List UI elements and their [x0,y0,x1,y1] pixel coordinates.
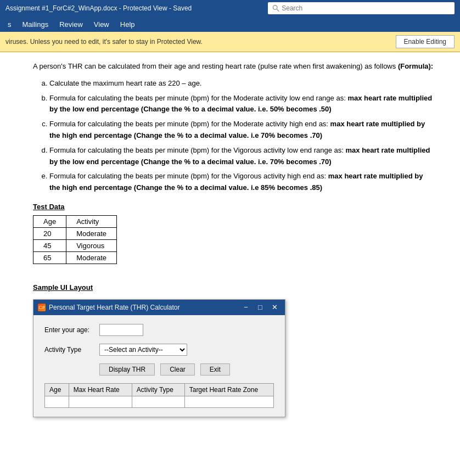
window-title: Assignment #1_ForC#2_WinApp.docx - Prote… [5,4,192,12]
close-button[interactable]: ✕ [268,303,281,312]
search-icon [272,4,279,12]
search-box[interactable] [268,2,455,14]
col-max-hr: Max Heart Rate [69,383,132,396]
win-form: C# Personal Target Heart Rate (THR) Calc… [33,299,285,417]
col-activity-type: Activity Type [132,383,184,396]
table-row: 45 Vigorous [33,239,117,251]
formula-item-c: Formula for calculating the beats per mi… [49,119,434,142]
col-activity-header: Activity [66,215,117,227]
search-input[interactable] [282,4,450,12]
results-row [45,396,274,407]
intro-paragraph: A person's THR can be calculated from th… [33,61,434,72]
activity-select[interactable]: --Select an Activity-- Moderate Vigorous [99,344,187,356]
title-bar: Assignment #1_ForC#2_WinApp.docx - Prote… [0,0,460,16]
results-table: Age Max Heart Rate Activity Type Target … [44,383,274,408]
form-icon: C# [38,304,46,311]
row3-activity: Moderate [66,251,117,264]
enable-editing-button[interactable]: Enable Editing [396,35,455,48]
row2-activity: Vigorous [66,239,117,251]
activity-row: Activity Type --Select an Activity-- Mod… [44,344,274,356]
test-data-table: Age Activity 20 Moderate 45 Vigorous 65 … [33,215,117,264]
svg-line-1 [277,9,279,12]
form-buttons: Display THR Clear Exit [99,363,274,376]
restore-button[interactable]: □ [254,303,266,312]
form-body: Enter your age: Activity Type --Select a… [33,315,285,417]
formula-item-e: Formula for calculating the beats per mi… [49,171,434,194]
col-age-header: Age [33,215,66,227]
display-thr-button[interactable]: Display THR [99,363,155,376]
formula-item-d: Formula for calculating the beats per mi… [49,145,434,168]
age-row: Enter your age: [44,324,274,336]
col-age: Age [45,383,69,396]
exit-button[interactable]: Exit [200,363,230,376]
svg-point-0 [273,5,277,10]
row2-age: 45 [33,239,66,251]
age-label: Enter your age: [44,326,94,334]
table-row: 65 Moderate [33,251,117,264]
menu-item-view[interactable]: View [88,18,115,31]
formula-item-a: Calculate the maximum heart rate as 220 … [49,78,434,89]
age-input[interactable] [99,324,143,336]
menu-item-s[interactable]: s [2,18,17,31]
row1-activity: Moderate [66,227,117,239]
menu-item-help[interactable]: Help [115,18,141,31]
form-titlebar: C# Personal Target Heart Rate (THR) Calc… [33,300,285,315]
test-data-title: Test Data [33,203,434,211]
clear-button[interactable]: Clear [160,363,195,376]
menu-bar: s Mailings Review View Help [0,16,460,32]
minimize-button[interactable]: − [240,303,252,312]
sample-ui-title: Sample UI Layout [33,283,434,292]
document-content: A person's THR can be calculated from th… [0,52,450,428]
table-row: 20 Moderate [33,227,117,239]
menu-item-review[interactable]: Review [54,18,88,31]
row1-age: 20 [33,227,66,239]
protected-view-bar: viruses. Unless you need to edit, it's s… [0,32,460,52]
formula-list: Calculate the maximum heart rate as 220 … [49,78,434,194]
menu-item-mailings[interactable]: Mailings [17,18,54,31]
form-title: Personal Target Heart Rate (THR) Calcula… [49,304,180,311]
col-target-hr: Target Heart Rate Zone [184,383,273,396]
formula-item-b: Formula for calculating the beats per mi… [49,93,434,116]
activity-type-label: Activity Type [44,346,94,354]
row3-age: 65 [33,251,66,264]
protected-view-text: viruses. Unless you need to edit, it's s… [5,38,389,46]
